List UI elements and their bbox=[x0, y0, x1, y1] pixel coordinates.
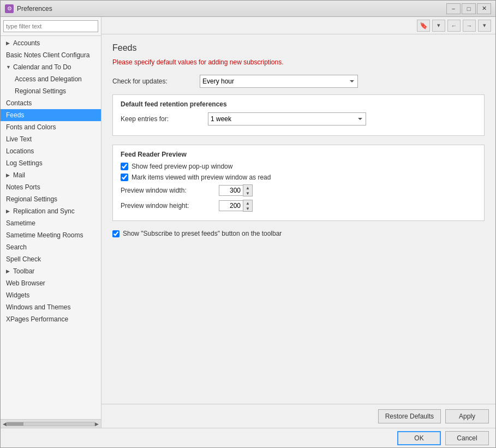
window-title: Preferences bbox=[17, 5, 446, 13]
minimize-button[interactable]: − bbox=[446, 3, 461, 14]
expand-arrow: ▼ bbox=[6, 62, 11, 72]
sidebar-item-label: Calendar and To Do bbox=[13, 62, 71, 72]
dropdown-arrow-icon: ▾ bbox=[437, 22, 440, 29]
preview-width-input[interactable] bbox=[219, 185, 243, 196]
title-bar: ⚙ Preferences − □ ✕ bbox=[1, 1, 495, 17]
sidebar: ▶ Accounts Basic Notes Client Configura … bbox=[1, 17, 101, 428]
mark-items-row: Mark items viewed with preview window as… bbox=[121, 174, 476, 181]
sidebar-item-label: Notes Ports bbox=[6, 183, 40, 191]
sidebar-item-label: Sametime Meeting Rooms bbox=[6, 231, 83, 239]
main-content: ▶ Accounts Basic Notes Client Configura … bbox=[1, 17, 495, 428]
sidebar-item-feeds[interactable]: Feeds bbox=[1, 109, 101, 121]
show-preview-label: Show feed preview pop-up window bbox=[132, 163, 232, 170]
sidebar-item-label: Access and Delegation bbox=[15, 75, 82, 83]
back-button[interactable]: ← bbox=[447, 20, 461, 32]
sidebar-item-windows-themes[interactable]: Windows and Themes bbox=[1, 301, 101, 313]
keep-entries-select[interactable]: 1 day 3 days 1 week 2 weeks 1 month Neve… bbox=[208, 112, 366, 126]
preview-width-spin-buttons: ▲ ▼ bbox=[243, 184, 253, 196]
filter-input-wrap bbox=[1, 17, 101, 36]
mark-items-label: Mark items viewed with preview window as… bbox=[132, 174, 271, 181]
sidebar-item-web-browser[interactable]: Web Browser bbox=[1, 277, 101, 289]
preview-height-input[interactable] bbox=[219, 200, 243, 211]
expand-arrow: ▶ bbox=[6, 170, 11, 180]
ok-button[interactable]: OK bbox=[397, 431, 441, 445]
page-title: Feeds bbox=[112, 43, 485, 53]
sidebar-item-label: Sametime bbox=[6, 219, 35, 227]
preview-width-down[interactable]: ▼ bbox=[243, 190, 252, 196]
sidebar-item-access-delegation[interactable]: Access and Delegation bbox=[1, 73, 101, 85]
sidebar-scrollbar[interactable]: ◀ ▶ bbox=[1, 419, 101, 428]
sidebar-item-replication-sync[interactable]: ▶ Replication and Sync bbox=[1, 205, 101, 217]
h-scrollbar-thumb[interactable] bbox=[7, 422, 23, 426]
right-panel: 🔖 ▾ ← → ▾ Feeds Please specify default v bbox=[101, 17, 495, 428]
preview-height-spinner: ▲ ▼ bbox=[219, 200, 253, 212]
page-description: Please specify default values for adding… bbox=[112, 58, 485, 66]
sidebar-item-mail[interactable]: ▶ Mail bbox=[1, 169, 101, 181]
preview-section-title: Feed Reader Preview bbox=[121, 151, 476, 158]
keep-entries-row: Keep entries for: 1 day 3 days 1 week 2 … bbox=[121, 112, 476, 126]
apply-button[interactable]: Apply bbox=[445, 409, 489, 423]
scroll-right-arrow[interactable]: ▶ bbox=[95, 421, 99, 427]
sidebar-item-label: Log Settings bbox=[6, 159, 43, 167]
sidebar-item-live-text[interactable]: Live Text bbox=[1, 133, 101, 145]
maximize-button[interactable]: □ bbox=[462, 3, 476, 14]
subscribe-checkbox[interactable] bbox=[112, 230, 119, 237]
filter-input[interactable] bbox=[3, 20, 98, 32]
sidebar-item-accounts[interactable]: ▶ Accounts bbox=[1, 37, 101, 49]
cancel-button[interactable]: Cancel bbox=[445, 431, 489, 445]
expand-arrow: ▶ bbox=[6, 206, 11, 216]
sidebar-item-regional-child[interactable]: Regional Settings bbox=[1, 85, 101, 97]
restore-defaults-button[interactable]: Restore Defaults bbox=[378, 409, 441, 423]
mark-items-checkbox[interactable] bbox=[121, 174, 128, 181]
forward-button[interactable]: → bbox=[463, 20, 476, 32]
sidebar-item-sametime[interactable]: Sametime bbox=[1, 217, 101, 229]
forward-icon: → bbox=[467, 22, 473, 29]
preview-width-spinner: ▲ ▼ bbox=[219, 184, 253, 196]
preferences-window: ⚙ Preferences − □ ✕ ▶ Accounts Basic bbox=[0, 0, 496, 448]
preview-section: Feed Reader Preview Show feed preview po… bbox=[112, 145, 485, 221]
sidebar-item-label: Regional Settings bbox=[15, 87, 66, 95]
keep-entries-control: 1 day 3 days 1 week 2 weeks 1 month Neve… bbox=[208, 112, 476, 126]
panel-content: Feeds Please specify default values for … bbox=[101, 34, 495, 404]
show-preview-row: Show feed preview pop-up window bbox=[121, 163, 476, 170]
subscribe-row: Show "Subscribe to preset feeds" button … bbox=[112, 230, 485, 237]
sidebar-item-calendar-todo[interactable]: ▼ Calendar and To Do bbox=[1, 61, 101, 73]
panel-toolbar: 🔖 ▾ ← → ▾ bbox=[101, 17, 495, 34]
sidebar-item-label: Search bbox=[6, 243, 27, 251]
app-icon: ⚙ bbox=[5, 4, 14, 13]
sidebar-item-label: Contacts bbox=[6, 99, 32, 107]
sidebar-item-label: Web Browser bbox=[6, 279, 45, 287]
check-updates-select[interactable]: Every hour Every 15 minutes Every 30 min… bbox=[200, 75, 358, 88]
retention-section: Default feed retention preferences Keep … bbox=[112, 94, 485, 136]
sidebar-item-notes-ports[interactable]: Notes Ports bbox=[1, 181, 101, 193]
keep-entries-label: Keep entries for: bbox=[121, 115, 208, 123]
preview-width-up[interactable]: ▲ bbox=[243, 185, 252, 190]
nav-icon-button[interactable]: 🔖 bbox=[417, 20, 430, 32]
sidebar-item-log-settings[interactable]: Log Settings bbox=[1, 157, 101, 169]
scroll-left-arrow[interactable]: ◀ bbox=[3, 421, 7, 427]
sidebar-item-locations[interactable]: Locations bbox=[1, 145, 101, 157]
sidebar-item-sametime-meeting[interactable]: Sametime Meeting Rooms bbox=[1, 229, 101, 241]
show-preview-checkbox[interactable] bbox=[121, 163, 128, 170]
sidebar-item-widgets[interactable]: Widgets bbox=[1, 289, 101, 301]
sidebar-item-fonts-colors[interactable]: Fonts and Colors bbox=[1, 121, 101, 133]
sidebar-item-label: Toolbar bbox=[13, 266, 34, 276]
h-scrollbar-track[interactable] bbox=[7, 422, 95, 426]
sidebar-item-search[interactable]: Search bbox=[1, 241, 101, 253]
preview-height-down[interactable]: ▼ bbox=[243, 206, 252, 211]
sidebar-item-label: Regional Settings bbox=[6, 195, 57, 203]
subscribe-label: Show "Subscribe to preset feeds" button … bbox=[123, 230, 282, 237]
preview-height-label: Preview window height: bbox=[121, 202, 219, 210]
sidebar-item-regional-settings[interactable]: Regional Settings bbox=[1, 193, 101, 205]
dropdown-btn-2[interactable]: ▾ bbox=[478, 20, 491, 32]
sidebar-item-xpages[interactable]: XPages Performance bbox=[1, 313, 101, 325]
check-updates-row: Check for updates: Every hour Every 15 m… bbox=[112, 75, 485, 88]
close-button[interactable]: ✕ bbox=[477, 3, 491, 14]
preview-height-up[interactable]: ▲ bbox=[243, 200, 252, 206]
sidebar-item-contacts[interactable]: Contacts bbox=[1, 97, 101, 109]
preview-width-row: Preview window width: ▲ ▼ bbox=[121, 184, 476, 196]
sidebar-item-basic-notes[interactable]: Basic Notes Client Configura bbox=[1, 49, 101, 61]
dropdown-btn-1[interactable]: ▾ bbox=[432, 20, 445, 32]
sidebar-item-spell-check[interactable]: Spell Check bbox=[1, 253, 101, 265]
sidebar-item-toolbar[interactable]: ▶ Toolbar bbox=[1, 265, 101, 277]
